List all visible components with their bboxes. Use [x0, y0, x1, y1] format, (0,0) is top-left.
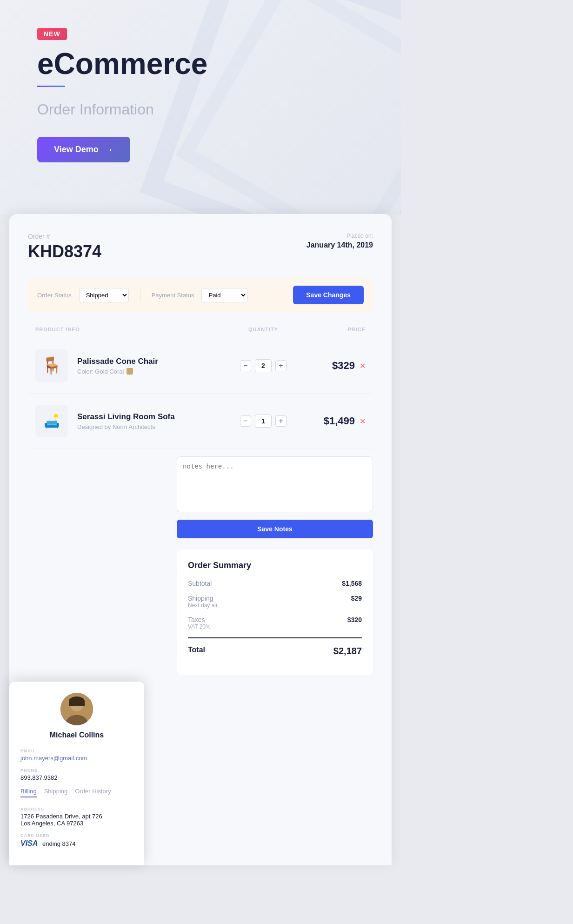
customer-placeholder [28, 456, 163, 675]
summary-title: Order Summary [188, 561, 362, 570]
col-quantity: QUANTITY [226, 327, 300, 332]
table-header: PRODUCT INFO QUANTITY PRICE [28, 327, 373, 338]
customer-address: 1726 Pasadena Drive, apt 726 Los Angeles… [20, 813, 133, 827]
total-label: Total [188, 646, 205, 654]
qty-decrease-1[interactable]: − [240, 360, 251, 371]
product-details-2: Serassi Living Room Sofa Designed by Nor… [77, 412, 175, 430]
designer-label-2: Designed by Norm Architects [77, 423, 155, 430]
taxes-sub: VAT 20% [188, 623, 211, 630]
status-bar: Order Status Shipped Processing Delivere… [28, 278, 373, 312]
color-label-1: Color: Gold Coral [77, 368, 124, 375]
remove-product-1[interactable]: ✕ [360, 362, 366, 370]
product-name-2: Serassi Living Room Sofa [77, 412, 175, 422]
quantity-control-1: − + [226, 359, 300, 372]
remove-product-2[interactable]: ✕ [360, 417, 366, 426]
card-ending: ending 8374 [42, 840, 76, 847]
col-product-info: PRODUCT INFO [35, 327, 226, 332]
new-badge: NEW [37, 28, 67, 40]
shipping-amount: $29 [351, 595, 362, 602]
product-row-2: 🛋️ Serassi Living Room Sofa Designed by … [28, 394, 373, 449]
hero-underline [37, 86, 65, 87]
tab-billing[interactable]: Billing [20, 788, 37, 797]
taxes-amount: $320 [347, 616, 362, 623]
product-sub-1: Color: Gold Coral [77, 368, 158, 375]
product-image-1: 🪑 [35, 349, 68, 382]
save-notes-button[interactable]: Save Notes [177, 520, 373, 538]
subtotal-label: Subtotal [188, 580, 212, 587]
color-swatch-1 [127, 368, 133, 375]
col-price: PRICE [300, 327, 366, 332]
shipping-sub: Next day air [188, 602, 218, 609]
product-name-1: Palissade Cone Chair [77, 357, 158, 366]
shipping-info: Shipping Next day air [188, 595, 218, 609]
customer-email: john.mayers@gmail.com [20, 755, 133, 762]
summary-row-subtotal: Subtotal $1,568 [188, 580, 362, 587]
notes-area: Save Notes [177, 456, 373, 538]
taxes-info: Taxes VAT 20% [188, 616, 211, 630]
payment-status-select[interactable]: Paid Pending Refunded [201, 288, 247, 302]
tab-shipping[interactable]: Shipping [44, 788, 68, 797]
qty-increase-1[interactable]: + [275, 360, 286, 371]
customer-name: Michael Collins [20, 731, 133, 739]
tab-order-history[interactable]: Order History [75, 788, 111, 797]
order-info: Order # KHD8374 [28, 233, 101, 261]
payment-status-label: Payment Status [152, 292, 194, 299]
hero-section: NEW eCommerce Order Information View Dem… [0, 0, 401, 214]
email-label: EMAIL [20, 749, 133, 753]
summary-row-total: Total $2,187 [188, 646, 362, 656]
placed-on-date: January 14th, 2019 [306, 241, 373, 249]
order-status-label: Order Status [37, 292, 72, 299]
customer-card: Michael Collins EMAIL john.mayers@gmail.… [9, 682, 144, 865]
product-price-1: $329 ✕ [300, 360, 366, 372]
view-demo-button[interactable]: View Demo → [37, 137, 130, 162]
qty-increase-2[interactable]: + [275, 415, 286, 427]
qty-decrease-2[interactable]: − [240, 415, 251, 427]
arrow-icon: → [104, 144, 113, 155]
card-label: CARD USED [20, 833, 133, 838]
lower-section: Save Notes Order Summary Subtotal $1,568… [28, 456, 373, 675]
order-header: Order # KHD8374 Placed on: January 14th,… [28, 233, 373, 261]
product-sub-2: Designed by Norm Architects [77, 423, 175, 430]
right-section: Save Notes Order Summary Subtotal $1,568… [163, 456, 373, 675]
save-changes-button[interactable]: Save Changes [293, 286, 364, 304]
quantity-control-2: − + [226, 415, 300, 428]
product-row: 🪑 Palissade Cone Chair Color: Gold Coral… [28, 338, 373, 394]
subtotal-amount: $1,568 [342, 580, 362, 587]
price-amount-1: $329 [332, 360, 355, 372]
order-label: Order # [28, 233, 101, 240]
notes-textarea[interactable] [177, 456, 373, 512]
product-info-1: 🪑 Palissade Cone Chair Color: Gold Coral [35, 349, 226, 382]
summary-divider [188, 637, 362, 638]
product-details-1: Palissade Cone Chair Color: Gold Coral [77, 357, 158, 375]
order-number: KHD8374 [28, 242, 101, 261]
qty-input-1[interactable] [255, 359, 272, 372]
taxes-label: Taxes [188, 616, 211, 623]
customer-tabs: Billing Shipping Order History [20, 788, 133, 799]
visa-logo: VISA [20, 839, 38, 847]
status-divider [140, 288, 140, 301]
address-label: ADDRESS [20, 807, 133, 811]
qty-input-2[interactable] [255, 415, 272, 428]
hero-title: eCommerce [37, 47, 364, 80]
order-summary: Order Summary Subtotal $1,568 Shipping N… [177, 549, 373, 675]
customer-phone: 893.837.9382 [20, 774, 133, 781]
hero-subtitle: Order Information [37, 101, 364, 118]
phone-label: PHONE [20, 768, 133, 773]
total-amount: $2,187 [333, 646, 362, 656]
product-image-2: 🛋️ [35, 405, 68, 437]
placed-on-info: Placed on: January 14th, 2019 [306, 233, 373, 249]
product-info-2: 🛋️ Serassi Living Room Sofa Designed by … [35, 405, 226, 437]
main-card: Order # KHD8374 Placed on: January 14th,… [9, 214, 392, 865]
view-demo-label: View Demo [54, 145, 99, 154]
summary-row-taxes: Taxes VAT 20% $320 [188, 616, 362, 630]
shipping-label: Shipping [188, 595, 218, 602]
customer-avatar [60, 693, 93, 725]
product-price-2: $1,499 ✕ [300, 415, 366, 427]
placed-on-label: Placed on: [306, 233, 373, 239]
summary-row-shipping: Shipping Next day air $29 [188, 595, 362, 609]
price-amount-2: $1,499 [324, 415, 355, 427]
customer-card-info: VISA ending 8374 [20, 839, 133, 848]
order-status-select[interactable]: Shipped Processing Delivered Cancelled [79, 288, 129, 302]
